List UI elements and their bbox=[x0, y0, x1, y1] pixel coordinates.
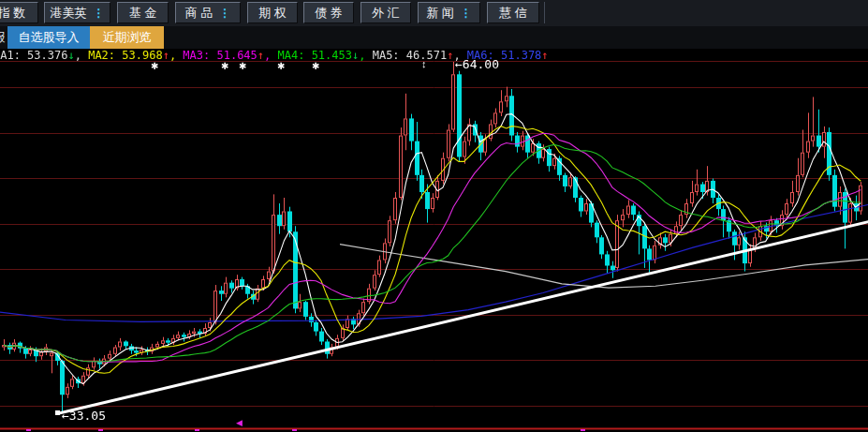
event-star-icon: ✱ bbox=[312, 62, 319, 71]
menu-tab-label: 期 权 bbox=[258, 5, 287, 22]
separator: , bbox=[359, 49, 372, 62]
event-star-icon: ✱ bbox=[221, 62, 228, 71]
menu-tab-label: 慧 信 bbox=[499, 5, 527, 22]
bottom-tick-marker bbox=[98, 429, 103, 431]
menu-divider bbox=[544, 2, 545, 23]
menu-tab-label: 债 券 bbox=[315, 5, 343, 22]
menu-tab-label: 外 汇 bbox=[372, 5, 400, 22]
trading-app-window: 指 数港美英⋮基 金商 品⋮期 权债 券外 汇新 闻⋮慧 信 报 自选股导入 近… bbox=[0, 0, 868, 432]
trend-arrow-icon: ↓ bbox=[67, 49, 74, 62]
bottom-tick-marker bbox=[195, 429, 199, 431]
trend-arrow-icon: ↑ bbox=[163, 49, 169, 62]
menu-tab-8[interactable]: 新 闻⋮ bbox=[418, 2, 480, 23]
recent-browse-button[interactable]: 近期浏览 bbox=[90, 26, 164, 49]
import-watchlist-button[interactable]: 自选股导入 bbox=[7, 26, 90, 49]
low-price-label: ←33.05 bbox=[62, 409, 106, 423]
trend-arrow-icon: ↑ bbox=[541, 49, 548, 62]
ma-value: MA5: 46.571 bbox=[373, 49, 447, 62]
menu-tab-label: 商 品 bbox=[185, 5, 213, 22]
event-star-icon: ✱ bbox=[151, 62, 158, 71]
menu-tab-9[interactable]: 慧 信 bbox=[487, 2, 539, 23]
menu-tab-7[interactable]: 外 汇 bbox=[360, 2, 411, 23]
bottom-tick-marker bbox=[292, 429, 297, 431]
menu-tab-6[interactable]: 债 券 bbox=[303, 2, 354, 23]
main-menu-bar: 指 数港美英⋮基 金商 品⋮期 权债 券外 汇新 闻⋮慧 信 bbox=[0, 0, 868, 26]
menu-tab-3[interactable]: 基 金 bbox=[117, 2, 169, 23]
separator: , bbox=[264, 49, 277, 62]
updown-arrow-icon: ↕ bbox=[421, 59, 427, 69]
separator: , bbox=[169, 49, 183, 62]
submenu-dots-icon: ⋮ bbox=[461, 8, 472, 18]
menu-tab-label: 指 数 bbox=[0, 5, 25, 22]
kline-chart[interactable] bbox=[0, 0, 868, 432]
separator: , bbox=[75, 49, 88, 62]
event-star-icon: ✱ bbox=[277, 62, 285, 71]
menu-tab-2[interactable]: 港美英⋮ bbox=[44, 2, 110, 23]
ma-value: MA3: 51.645 bbox=[183, 49, 257, 62]
high-price-label: ←64.00 bbox=[455, 57, 499, 71]
event-star-icon: ✱ bbox=[239, 62, 246, 71]
bottom-tick-marker bbox=[581, 429, 585, 431]
menu-tab-label: 新 闻 bbox=[426, 5, 454, 22]
sub-toolbar: 报 自选股导入 近期浏览 bbox=[0, 26, 868, 49]
menu-tab-1[interactable]: 指 数 bbox=[0, 2, 38, 23]
triangle-marker-icon: ◀ bbox=[236, 419, 243, 427]
bottom-tick-marker bbox=[26, 429, 31, 431]
menu-tab-5[interactable]: 期 权 bbox=[247, 2, 298, 23]
ma-value: MA2: 53.968 bbox=[88, 49, 162, 62]
submenu-dots-icon: ⋮ bbox=[219, 8, 230, 18]
menu-tab-4[interactable]: 商 品⋮ bbox=[175, 2, 241, 23]
menu-tab-label: 基 金 bbox=[129, 5, 157, 22]
ma-value: MA1: 53.376 bbox=[0, 49, 67, 62]
trend-arrow-icon: ↑ bbox=[257, 49, 264, 62]
submenu-dots-icon: ⋮ bbox=[94, 8, 105, 18]
menu-tab-label: 港美英 bbox=[51, 5, 87, 22]
ma-value: MA4: 51.453 bbox=[278, 49, 352, 62]
clipped-tab-fragment[interactable]: 报 bbox=[0, 26, 7, 49]
